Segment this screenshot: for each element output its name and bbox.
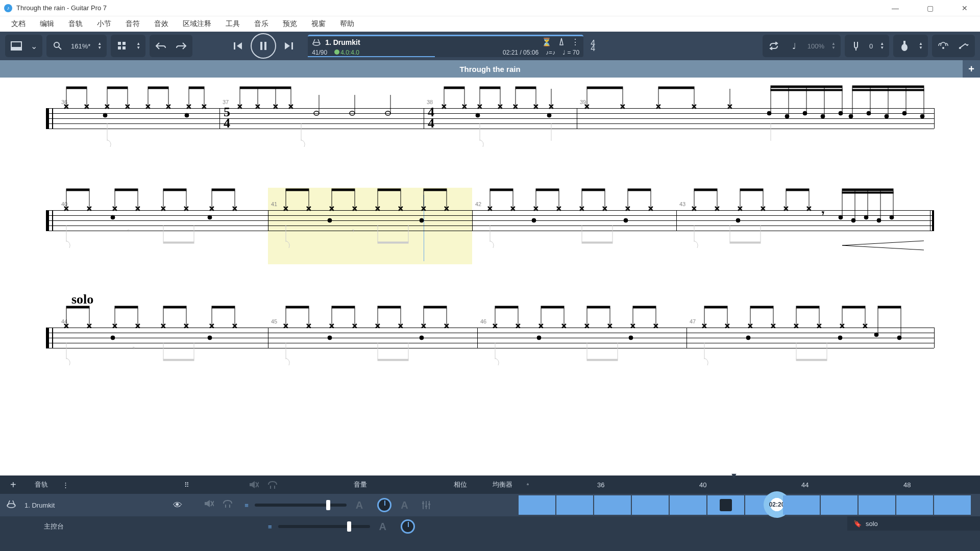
zoom-value[interactable]: 161%* xyxy=(69,42,92,50)
svg-text:✕: ✕ xyxy=(862,322,868,330)
pan-knob[interactable] xyxy=(377,498,391,512)
minimize-button[interactable]: — xyxy=(884,1,906,15)
redo-button[interactable] xyxy=(172,37,190,55)
bookmark-icon: 🔖 xyxy=(853,520,862,528)
mute-all-icon[interactable] xyxy=(249,480,259,489)
svg-text:✕: ✕ xyxy=(63,205,69,213)
menu-edit[interactable]: 编辑 xyxy=(33,17,61,31)
instrument-stepper[interactable]: ▲▼ xyxy=(916,37,926,55)
display-grid-icon[interactable] xyxy=(113,37,131,55)
notes-row-1: ✕✕ ✕✕ ✕✕ ✕✕ ✕✕✕✕ ✕✕ ✕✕ ✕✕ ✕ ✕✕ ✕✕ ✕ xyxy=(46,85,934,156)
prev-button[interactable] xyxy=(227,35,249,57)
svg-text:✕: ✕ xyxy=(630,322,636,330)
svg-text:✕: ✕ xyxy=(135,205,141,213)
drag-handle-icon[interactable]: ⠿ xyxy=(184,481,189,489)
progress-bar[interactable] xyxy=(308,56,434,57)
line-in-icon[interactable] xyxy=(934,37,952,55)
track-row[interactable]: 1. Drumkit 👁 ≡ A A 02:20 xyxy=(0,494,980,516)
menu-window[interactable]: 视窗 xyxy=(304,17,333,31)
svg-rect-143 xyxy=(332,189,355,191)
svg-point-181 xyxy=(624,218,628,222)
undo-button[interactable] xyxy=(152,37,170,55)
svg-text:✕: ✕ xyxy=(747,322,753,330)
instrument-icon[interactable] xyxy=(895,37,914,55)
menu-file[interactable]: 文档 xyxy=(4,17,33,31)
menu-section[interactable]: 区域注释 xyxy=(176,17,218,31)
add-track-button[interactable]: + xyxy=(6,479,20,491)
svg-rect-41 xyxy=(240,87,291,89)
header-track-label: 音轨 xyxy=(29,480,54,489)
tuning-stepper[interactable]: ▲▼ xyxy=(877,37,887,55)
tuning-fork-icon[interactable] xyxy=(847,37,865,55)
menu-track[interactable]: 音轨 xyxy=(61,17,90,31)
guitar-jack-icon[interactable] xyxy=(954,37,973,55)
master-volume-slider[interactable] xyxy=(278,525,370,528)
solo-all-icon[interactable] xyxy=(267,480,278,489)
menu-view[interactable]: 预览 xyxy=(276,17,304,31)
toolbar: ⌄ 161%* ▲▼ ▲▼ 1. Drumkit ⏳ ⋮ 41/90 4.0:4 xyxy=(0,32,980,60)
svg-text:✕: ✕ xyxy=(714,205,720,213)
master-auto-vol-icon[interactable]: A xyxy=(379,521,386,533)
loop-group: ♩ 100% ▲▼ xyxy=(763,35,841,57)
maximize-button[interactable]: ▢ xyxy=(919,1,941,15)
svg-rect-116 xyxy=(66,189,89,191)
menu-note[interactable]: 音符 xyxy=(118,17,147,31)
svg-text:✕: ✕ xyxy=(352,322,358,330)
notes-row-3: ✕✕ ✕✕ ✕✕ ✕✕ ✕✕ ✕✕ ✕✕ ✕✕ ✕✕ ✕✕ ✕✕ ✕✕ ✕✕ ✕… xyxy=(46,304,934,375)
svg-text:✕: ✕ xyxy=(737,205,743,213)
track-menu-icon[interactable]: ⋮ xyxy=(571,37,579,47)
time-total: 05:06 xyxy=(523,49,538,56)
eq-sliders-icon[interactable] xyxy=(421,499,432,511)
solo-icon[interactable] xyxy=(222,499,234,511)
svg-text:✕: ✕ xyxy=(487,205,493,213)
loop-button[interactable] xyxy=(765,37,783,55)
master-row[interactable]: 主控台 ≡ A xyxy=(0,516,980,537)
timeline-blocks[interactable]: 02:20 xyxy=(519,495,971,515)
menu-bar[interactable]: 小节 xyxy=(90,17,118,31)
svg-point-15 xyxy=(901,44,908,51)
svg-text:✕: ✕ xyxy=(201,103,207,111)
layout-button[interactable] xyxy=(7,37,26,55)
track-row-name: Drumkit xyxy=(32,502,55,509)
volume-slider[interactable] xyxy=(255,504,347,507)
bottom-panel: + 音轨 ⋮ ⠿ 音量 相位 均衡器 ᵃ 36 40 44 48 ▼ 1. Dr… xyxy=(0,475,980,551)
next-button[interactable] xyxy=(278,35,300,57)
svg-point-12 xyxy=(313,42,320,45)
section-marker[interactable]: 🔖 solo xyxy=(847,516,980,531)
menu-tools[interactable]: 工具 xyxy=(218,17,247,31)
auto-pan-icon[interactable]: A xyxy=(401,499,408,511)
zoom-icon[interactable] xyxy=(48,37,67,55)
svg-point-148 xyxy=(328,218,332,222)
close-button[interactable]: ✕ xyxy=(953,1,976,15)
svg-text:✕: ✕ xyxy=(255,103,261,111)
display-stepper[interactable]: ▲▼ xyxy=(133,37,143,55)
svg-rect-313 xyxy=(842,306,865,308)
countdown-icon[interactable]: ⏳ xyxy=(542,37,552,47)
menubar: 文档 编辑 音轨 小节 音符 音效 区域注释 工具 音乐 预览 视窗 帮助 xyxy=(0,16,980,32)
master-pan-knob[interactable] xyxy=(401,519,415,534)
track-menu-dots[interactable]: ⋮ xyxy=(62,481,69,489)
metronome-icon[interactable] xyxy=(558,37,565,47)
layout-dropdown[interactable]: ⌄ xyxy=(28,37,40,55)
pause-button[interactable] xyxy=(251,33,276,59)
svg-text:✕: ✕ xyxy=(63,322,69,330)
speed-stepper[interactable]: ▲▼ xyxy=(828,37,839,55)
svg-text:✕: ✕ xyxy=(839,322,845,330)
svg-point-206 xyxy=(839,215,843,219)
zoom-stepper[interactable]: ▲▼ xyxy=(94,37,105,55)
auto-vol-icon[interactable]: A xyxy=(356,499,363,511)
menu-effects[interactable]: 音效 xyxy=(147,17,176,31)
svg-point-137 xyxy=(208,215,212,219)
svg-rect-176 xyxy=(628,189,651,191)
svg-text:✕: ✕ xyxy=(112,322,118,330)
time-signature[interactable]: 44 xyxy=(587,41,598,51)
add-tab-button[interactable]: + xyxy=(963,60,980,78)
visibility-icon[interactable]: 👁 xyxy=(173,500,182,511)
svg-rect-326 xyxy=(163,359,194,361)
score-area[interactable]: 36 37 5 4 38 4 4 39 ✕✕ ✕✕ ✕✕ ✕✕ ✕✕✕✕ xyxy=(0,78,980,475)
menu-sound[interactable]: 音乐 xyxy=(247,17,276,31)
menu-help[interactable]: 帮助 xyxy=(333,17,361,31)
mute-icon[interactable] xyxy=(204,499,216,511)
svg-text:✕: ✕ xyxy=(816,322,822,330)
svg-point-208 xyxy=(864,215,868,219)
